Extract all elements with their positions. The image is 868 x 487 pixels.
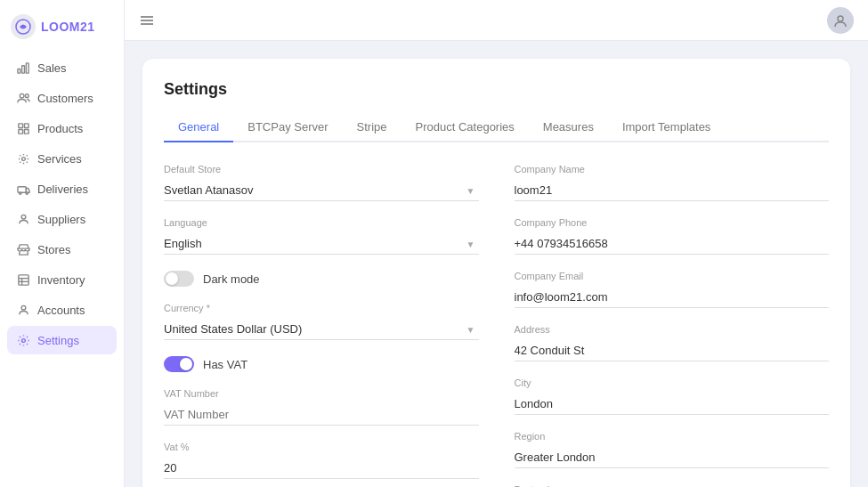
company-email-label: Company Email [515, 271, 830, 281]
currency-select[interactable]: United States Dollar (USD) [164, 319, 479, 340]
sidebar-item-label: Services [37, 152, 82, 166]
company-phone-input[interactable] [515, 233, 830, 255]
sidebar-item-label: Suppliers [37, 213, 85, 226]
has-vat-row: Has VAT [164, 356, 479, 372]
svg-point-5 [25, 93, 28, 97]
dark-mode-toggle[interactable] [164, 271, 194, 287]
topbar [125, 0, 868, 41]
toggle-thumb [180, 358, 192, 370]
currency-label: Currency * [164, 303, 479, 313]
menu-button[interactable] [139, 12, 155, 28]
sidebar: LOOM21 Sales Customers Products [0, 0, 125, 487]
default-store-select[interactable]: Svetlan Atanasov [164, 180, 479, 201]
svg-point-19 [21, 305, 26, 310]
logo-text: LOOM21 [41, 20, 95, 34]
address-field: Address [515, 324, 830, 361]
sidebar-item-customers[interactable]: Customers [7, 84, 117, 112]
language-select[interactable]: English [164, 233, 479, 255]
tabs-bar: General BTCPay Server Stripe Product Cat… [164, 113, 829, 142]
language-field: Language English ▼ [164, 217, 479, 255]
city-label: City [515, 377, 830, 388]
sidebar-item-sales[interactable]: Sales [7, 53, 117, 82]
svg-point-14 [21, 215, 26, 219]
address-input[interactable] [515, 340, 830, 361]
stores-icon [16, 242, 30, 256]
sidebar-item-deliveries[interactable]: Deliveries [7, 175, 117, 203]
sidebar-item-label: Deliveries [37, 183, 88, 196]
inventory-icon [16, 272, 30, 287]
company-email-input[interactable] [515, 287, 830, 308]
company-phone-field: Company Phone [515, 217, 830, 255]
svg-point-12 [19, 192, 20, 194]
sidebar-item-products[interactable]: Products [7, 114, 117, 142]
svg-rect-1 [17, 69, 20, 73]
svg-point-20 [21, 338, 25, 342]
tab-general[interactable]: General [164, 113, 233, 142]
svg-point-24 [838, 16, 843, 21]
tab-import-templates[interactable]: Import Templates [608, 113, 725, 142]
products-icon [16, 121, 30, 135]
settings-form: Default Store Svetlan Atanasov ▼ Languag… [164, 164, 829, 487]
logo-icon [11, 14, 36, 39]
sidebar-item-accounts[interactable]: Accounts [7, 296, 117, 324]
sidebar-item-label: Settings [37, 334, 79, 347]
tab-stripe[interactable]: Stripe [343, 113, 402, 142]
sidebar-item-stores[interactable]: Stores [7, 235, 117, 264]
page-title: Settings [164, 80, 829, 99]
svg-rect-15 [18, 274, 28, 284]
chart-icon [16, 61, 30, 75]
logo: LOOM21 [0, 7, 124, 53]
region-label: Region [515, 431, 830, 442]
main-area: Settings General BTCPay Server Stripe Pr… [125, 0, 868, 487]
sidebar-item-services[interactable]: Services [7, 144, 117, 173]
sidebar-item-label: Products [37, 122, 83, 135]
deliveries-icon [16, 182, 30, 196]
dark-mode-label: Dark mode [203, 272, 260, 286]
settings-card: Settings General BTCPay Server Stripe Pr… [142, 59, 850, 487]
sidebar-nav: Sales Customers Products Services [0, 53, 124, 354]
default-store-label: Default Store [164, 164, 479, 175]
svg-point-13 [26, 192, 28, 194]
dark-mode-row: Dark mode [164, 271, 479, 287]
vat-number-label: VAT Number [164, 388, 479, 399]
sidebar-item-label: Stores [37, 243, 71, 256]
svg-rect-2 [21, 65, 24, 72]
form-right-column: Company Name Company Phone Company Email [515, 164, 830, 487]
sidebar-item-suppliers[interactable]: Suppliers [7, 205, 117, 233]
accounts-icon [16, 303, 30, 317]
tab-btcpay[interactable]: BTCPay Server [233, 113, 342, 142]
has-vat-toggle[interactable] [164, 356, 194, 372]
sidebar-item-label: Customers [37, 92, 93, 105]
sidebar-item-label: Accounts [37, 304, 85, 317]
city-input[interactable] [515, 394, 830, 415]
tab-measures[interactable]: Measures [529, 113, 608, 142]
region-field: Region [515, 431, 830, 468]
tab-product-categories[interactable]: Product Categories [402, 113, 529, 142]
sidebar-item-label: Inventory [37, 273, 85, 287]
language-label: Language [164, 217, 479, 228]
suppliers-icon [16, 212, 30, 226]
svg-rect-11 [17, 186, 25, 192]
form-left-column: Default Store Svetlan Atanasov ▼ Languag… [164, 164, 479, 487]
company-phone-label: Company Phone [515, 217, 830, 228]
default-store-field: Default Store Svetlan Atanasov ▼ [164, 164, 479, 201]
company-name-input[interactable] [515, 180, 830, 201]
city-field: City [515, 377, 830, 415]
svg-rect-9 [24, 129, 28, 134]
svg-point-4 [20, 93, 24, 98]
sidebar-item-inventory[interactable]: Inventory [7, 265, 117, 294]
vat-percent-input[interactable] [164, 458, 479, 479]
avatar[interactable] [827, 7, 854, 34]
company-name-field: Company Name [515, 164, 830, 201]
vat-number-input[interactable] [164, 404, 479, 426]
svg-rect-3 [26, 62, 28, 72]
svg-rect-8 [18, 129, 22, 134]
svg-rect-7 [24, 123, 28, 127]
settings-icon [16, 333, 30, 347]
sidebar-item-settings[interactable]: Settings [7, 326, 117, 354]
svg-rect-6 [18, 123, 22, 127]
currency-field: Currency * United States Dollar (USD) ▼ [164, 303, 479, 340]
region-input[interactable] [515, 447, 830, 468]
content-area: Settings General BTCPay Server Stripe Pr… [125, 41, 868, 487]
address-label: Address [515, 324, 830, 335]
